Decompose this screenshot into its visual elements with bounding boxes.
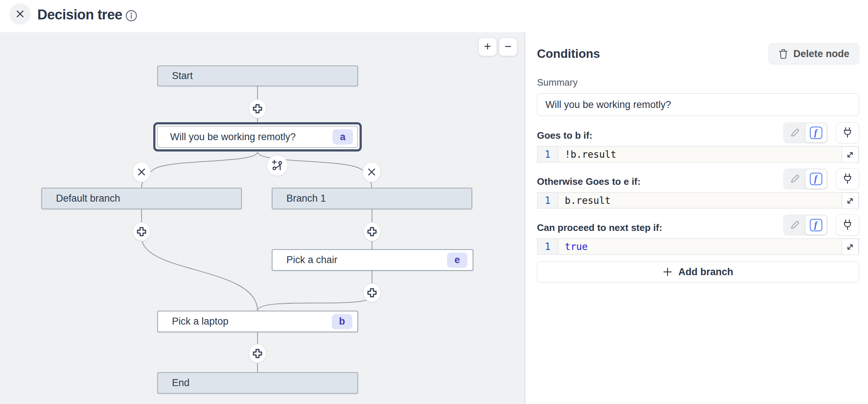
plain-text-mode-button[interactable] bbox=[784, 169, 805, 188]
x-icon bbox=[15, 9, 25, 19]
remove-branch-button-right[interactable] bbox=[362, 162, 381, 182]
editor-mode-toggle: f bbox=[783, 122, 828, 143]
node-badge: e bbox=[447, 252, 467, 268]
node-badge: b bbox=[332, 314, 352, 329]
line-number: 1 bbox=[538, 239, 558, 254]
expression-mode-button[interactable]: f bbox=[805, 123, 827, 142]
add-node-button[interactable] bbox=[133, 222, 150, 241]
delete-node-label: Delete node bbox=[793, 48, 849, 60]
expand-icon bbox=[846, 243, 854, 251]
decision-tree-canvas[interactable]: Start Will you be working remotly? a Def… bbox=[0, 32, 525, 404]
app-header: Decision tree bbox=[0, 0, 868, 32]
add-branch-label: Add branch bbox=[678, 266, 733, 278]
editor-mode-toggle: f bbox=[783, 214, 828, 236]
delete-node-button[interactable]: Delete node bbox=[769, 43, 859, 64]
node-question-selected[interactable]: Will you be working remotly? a bbox=[153, 122, 362, 152]
plus-icon bbox=[252, 103, 263, 114]
condition-label: Otherwise Goes to e if: bbox=[537, 176, 640, 190]
line-number: 1 bbox=[538, 147, 558, 162]
code-value[interactable]: b.result bbox=[558, 193, 858, 208]
x-icon bbox=[137, 168, 146, 176]
expand-editor-button[interactable] bbox=[842, 146, 858, 163]
plus-icon bbox=[136, 226, 147, 237]
line-number: 1 bbox=[538, 193, 558, 208]
plus-icon bbox=[367, 287, 377, 298]
plug-icon bbox=[842, 127, 853, 139]
page-title: Decision tree bbox=[37, 7, 122, 23]
add-branch-button[interactable]: Add branch bbox=[537, 261, 859, 283]
add-node-button[interactable] bbox=[363, 283, 381, 302]
add-node-button[interactable] bbox=[249, 99, 266, 118]
node-badge: a bbox=[332, 129, 353, 145]
add-node-button[interactable] bbox=[363, 222, 381, 241]
editor-mode-toggle: f bbox=[783, 168, 828, 190]
plus-icon bbox=[252, 348, 263, 359]
expand-icon bbox=[846, 197, 854, 205]
close-button[interactable] bbox=[10, 3, 31, 25]
plus-icon bbox=[663, 267, 672, 277]
panel-title: Conditions bbox=[537, 47, 600, 61]
add-node-button[interactable] bbox=[249, 344, 266, 363]
branch-plus-icon bbox=[271, 160, 283, 171]
expression-mode-button[interactable]: f bbox=[805, 216, 827, 235]
summary-input[interactable] bbox=[537, 93, 859, 116]
plus-icon bbox=[367, 226, 377, 237]
fx-icon: f bbox=[810, 127, 822, 139]
summary-label: Summary bbox=[537, 77, 859, 88]
node-pick-a-chair[interactable]: Pick a chair e bbox=[272, 249, 473, 271]
code-value[interactable]: !b.result bbox=[558, 147, 858, 162]
trash-icon bbox=[778, 49, 788, 59]
node-default-branch[interactable]: Default branch bbox=[41, 188, 242, 209]
pencil-icon bbox=[790, 174, 800, 184]
zoom-in-button[interactable]: + bbox=[478, 38, 497, 56]
source-plug-button[interactable] bbox=[836, 168, 859, 190]
code-value[interactable]: true bbox=[558, 239, 858, 254]
code-editor[interactable]: 1 b.result bbox=[537, 192, 859, 209]
expand-editor-button[interactable] bbox=[842, 239, 858, 255]
remove-branch-button-left[interactable] bbox=[132, 162, 151, 182]
code-editor[interactable]: 1 true bbox=[537, 238, 859, 255]
node-start[interactable]: Start bbox=[157, 66, 358, 86]
fx-icon: f bbox=[810, 173, 822, 185]
expression-mode-button[interactable]: f bbox=[805, 169, 827, 188]
condition-label: Can proceed to next step if: bbox=[537, 222, 662, 236]
node-pick-a-laptop[interactable]: Pick a laptop b bbox=[157, 311, 358, 332]
add-branch-connector-button[interactable] bbox=[267, 155, 288, 176]
plain-text-mode-button[interactable] bbox=[784, 123, 805, 142]
plug-icon bbox=[842, 173, 853, 185]
condition-label: Goes to b if: bbox=[537, 130, 593, 143]
pencil-icon bbox=[790, 220, 800, 230]
zoom-out-button[interactable]: − bbox=[499, 38, 517, 56]
source-plug-button[interactable] bbox=[836, 122, 859, 143]
pencil-icon bbox=[790, 128, 800, 138]
fx-icon: f bbox=[810, 219, 822, 231]
source-plug-button[interactable] bbox=[836, 214, 859, 236]
conditions-panel: Conditions Delete node Summary Goes to b… bbox=[525, 32, 868, 404]
code-editor[interactable]: 1 !b.result bbox=[537, 146, 859, 162]
info-icon[interactable] bbox=[125, 10, 138, 22]
expand-icon bbox=[846, 150, 854, 159]
x-icon bbox=[367, 168, 376, 176]
plug-icon bbox=[842, 219, 853, 231]
plain-text-mode-button[interactable] bbox=[784, 216, 805, 235]
expand-editor-button[interactable] bbox=[842, 192, 858, 209]
node-branch-1[interactable]: Branch 1 bbox=[272, 188, 472, 209]
node-end[interactable]: End bbox=[157, 372, 358, 394]
